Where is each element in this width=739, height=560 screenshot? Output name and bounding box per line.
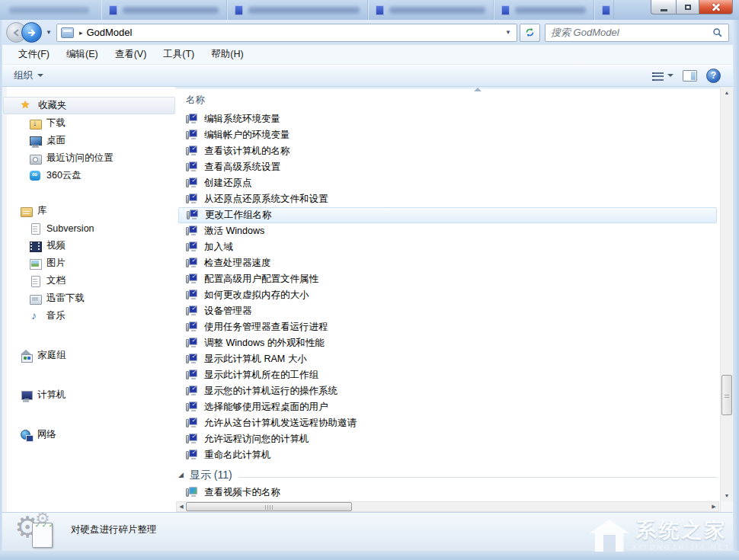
refresh-button[interactable] [520,24,540,42]
sidebar-item-label: 音乐 [46,309,66,322]
list-item[interactable]: 允许从这台计算机发送远程协助邀请 [178,415,717,431]
address-dropdown-icon[interactable]: ▼ [502,29,514,36]
list-item-label: 显示此计算机 RAM 大小 [204,353,307,366]
sidebar-item[interactable]: 视频 [3,237,175,254]
tab-3[interactable] [368,0,494,20]
sidebar-item[interactable]: 最近访问的位置 [3,149,175,167]
sidebar-item[interactable]: 收藏夹 [3,97,175,114]
help-button[interactable]: ? [706,69,721,83]
sidebar-item[interactable]: 文档 [3,272,175,290]
list-item-label: 激活 Windows [204,225,264,238]
list-item[interactable]: 查看高级系统设置 [178,159,717,175]
scroll-up-icon[interactable]: ▲ [721,87,733,98]
window-border-left [0,20,2,560]
list-item[interactable]: 加入域 [178,239,717,255]
list-item[interactable]: 如何更改虚拟内存的大小 [178,287,717,303]
group-label[interactable]: 显示 (11) [190,469,232,482]
list-item[interactable]: 允许远程访问您的计算机 [178,431,717,447]
organize-button[interactable]: 组织 [14,69,43,82]
change-view-button[interactable] [652,71,673,81]
list-item[interactable]: 检查处理器速度 [178,255,717,271]
sidebar-item[interactable]: 家庭组 [3,347,175,364]
recent-pages-dropdown[interactable]: ▼ [46,29,52,36]
list-item[interactable]: 配置高级用户配置文件属性 [178,271,717,287]
column-header-name[interactable]: 名称 [186,94,205,107]
sidebar-item[interactable]: 网络 [3,426,175,443]
tab-label-blurred [389,7,485,14]
list-item[interactable]: 调整 Windows 的外观和性能 [178,335,717,351]
list-item[interactable]: 编辑帐户的环境变量 [178,127,717,143]
chevron-down-icon [667,74,673,77]
list-item[interactable]: 从还原点还原系统文件和设置 [178,191,717,207]
close-button[interactable] [699,0,733,14]
scroll-down-icon[interactable]: ▼ [721,490,733,501]
system-task-icon [186,338,199,349]
list-item[interactable]: 显示您的计算机运行的操作系统 [178,383,717,399]
sidebar-item[interactable]: 360云盘 [3,167,175,184]
sidebar-item[interactable]: 音乐 [3,307,175,325]
menu-item-4[interactable]: 工具(T) [155,48,203,61]
minimize-button[interactable] [651,0,677,14]
sidebar-item[interactable]: 桌面 [3,132,175,149]
tab-5[interactable] [594,0,614,20]
document-icon [235,5,243,15]
search-icon[interactable] [712,27,723,38]
window-border-bottom[interactable] [0,551,739,560]
list-item[interactable]: 查看该计算机的名称 [178,143,717,159]
list-item[interactable]: 使用任务管理器查看运行进程 [178,319,717,335]
sidebar-item[interactable]: 迅雷下载 [3,290,175,307]
tab-1[interactable] [101,0,227,20]
menu-item-1[interactable]: 文件(F) [10,48,58,61]
address-bar[interactable]: ▸ GodModel ▼ [56,24,517,42]
document-icon [376,5,384,15]
system-task-icon [186,434,199,445]
sidebar-item[interactable]: 下载 [3,114,175,132]
tab-4[interactable] [494,0,594,20]
documents-icon [29,275,42,287]
search-input[interactable] [551,27,712,38]
group-collapse-icon[interactable]: ◢ [178,471,184,478]
group-divider [238,477,717,478]
sidebar-item-label: 视频 [46,239,66,252]
menu-item-2[interactable]: 编辑(E) [58,48,107,61]
list-item[interactable]: 显示此计算机 RAM 大小 [178,351,717,367]
list-item[interactable]: 编辑系统环境变量 [178,111,717,127]
list-item[interactable]: 查看视频卡的名称 [178,485,717,500]
sort-ascending-icon[interactable] [474,88,481,91]
videos-icon [29,240,42,252]
menu-item-5[interactable]: 帮助(H) [203,48,251,61]
sidebar-item[interactable]: Subversion [3,219,175,237]
list-item-label: 加入域 [204,241,233,254]
list-item[interactable]: 显示此计算机所在的工作组 [178,367,717,383]
scrollbar-corner [721,501,733,512]
list-item[interactable]: 设备管理器 [178,303,717,319]
menu-item-3[interactable]: 查看(V) [107,48,155,61]
godmode-folder-icon [61,27,74,38]
vertical-scrollbar[interactable]: ▲ ▼ [720,87,733,512]
list-item[interactable]: 重命名此计算机 [178,447,717,463]
sidebar-item[interactable]: 库 [3,202,175,219]
horizontal-scroll-thumb[interactable] [186,502,352,511]
list-item[interactable]: 更改工作组名称 [178,207,717,223]
group-header[interactable]: ◢ 显示 (11) [178,469,717,482]
breadcrumb-path[interactable]: GodModel [86,27,132,38]
scroll-left-icon[interactable]: ◀ [177,502,186,511]
system-task-icon [186,194,199,205]
list-item[interactable]: 激活 Windows [178,223,717,239]
scroll-right-icon[interactable]: ▶ [709,502,718,511]
sidebar-item-label: 下载 [46,117,66,130]
forward-button[interactable] [21,22,42,43]
tab-2[interactable] [227,0,368,20]
preview-pane-button[interactable] [683,70,697,82]
system-task-icon [186,386,199,397]
horizontal-scrollbar[interactable]: ◀ ▶ [176,501,719,512]
sidebar-section: 库Subversion视频图片文档迅雷下载音乐 [3,202,175,325]
list-item[interactable]: 创建还原点 [178,175,717,191]
list-item[interactable]: 选择能够使用远程桌面的用户 [178,399,717,415]
vertical-scroll-thumb[interactable] [721,375,732,415]
chevron-down-icon [37,74,43,77]
restore-button[interactable] [677,0,699,14]
sidebar-item[interactable]: 图片 [3,254,175,272]
system-task-icon [186,258,199,269]
sidebar-item[interactable]: 计算机 [3,386,175,404]
